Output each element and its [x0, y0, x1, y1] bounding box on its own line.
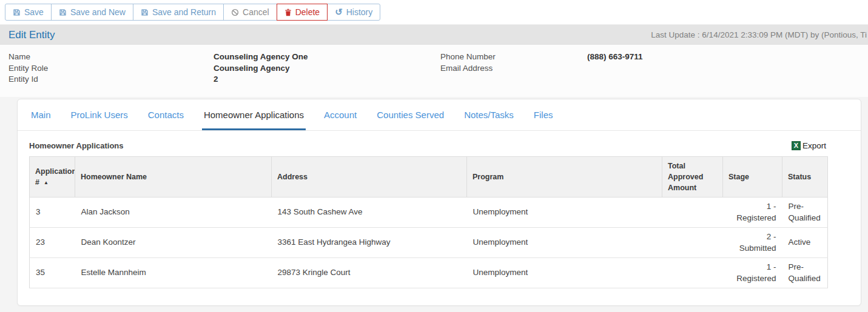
cell-address: 29873 Kringle Court: [272, 258, 467, 288]
history-icon: ↺: [335, 8, 343, 16]
field-entity-id: Entity Id2: [8, 74, 440, 85]
cell-program: Unemployment: [467, 228, 662, 258]
last-update-text: Last Update : 6/14/2021 2:33:09 PM (MDT)…: [651, 30, 868, 39]
history-label: History: [346, 7, 373, 18]
field-phone-number: Phone Number(888) 663-9711: [440, 51, 868, 63]
toolbar-button-group: Save Save and New Save and Return Cancel…: [5, 4, 380, 21]
column-label: Program: [473, 173, 503, 181]
column-label: Address: [277, 173, 308, 181]
tab-label: Account: [324, 110, 357, 120]
cell-program: Unemployment: [467, 197, 662, 228]
cell-total-approved-amount: [662, 258, 723, 288]
column-header-address[interactable]: Address: [272, 157, 467, 197]
field-name: NameCounseling Agency One: [8, 51, 440, 63]
save-and-new-label: Save and New: [70, 7, 126, 18]
column-label: Application #: [35, 167, 75, 187]
excel-icon: X: [792, 141, 801, 150]
homeowner-applications-panel: Homeowner Applications X Export Applicat…: [18, 141, 861, 288]
save-and-return-button[interactable]: Save and Return: [133, 4, 224, 21]
tab-label: Homeowner Applications: [204, 110, 304, 120]
table-row[interactable]: 3Alan Jackson143 South Cashew AveUnemplo…: [30, 197, 828, 228]
field-label: Entity Id: [8, 74, 214, 85]
delete-label: Delete: [295, 7, 320, 18]
column-header-application[interactable]: Application #▲: [30, 157, 75, 197]
field-value: Counseling Agency One: [214, 51, 308, 63]
entity-fields-left: NameCounseling Agency OneEntity RoleCoun…: [0, 51, 440, 85]
cell-application-number: 23: [30, 228, 75, 258]
cell-address: 3361 East Hydrangea Highway: [272, 228, 467, 258]
cell-homeowner-name: Alan Jackson: [75, 197, 272, 228]
save-and-new-button[interactable]: Save and New: [51, 4, 133, 21]
tab-label: Contacts: [148, 110, 184, 120]
save-button[interactable]: Save: [5, 4, 52, 21]
cell-status: Pre-Qualified: [782, 258, 828, 288]
field-label: Phone Number: [440, 51, 587, 63]
field-entity-role: Entity RoleCounseling Agency: [8, 63, 440, 75]
cell-homeowner-name: Dean Koontzer: [75, 228, 272, 258]
tab-account[interactable]: Account: [322, 99, 358, 130]
column-header-stage[interactable]: Stage: [723, 157, 782, 197]
export-button[interactable]: X Export: [792, 141, 826, 150]
save-icon: [59, 8, 67, 16]
tab-bar: MainProLink UsersContactsHomeowner Appli…: [18, 99, 861, 131]
field-email-address: Email Address: [440, 63, 868, 75]
cell-stage: 1 - Registered: [723, 258, 782, 288]
cell-total-approved-amount: [662, 197, 723, 228]
history-button[interactable]: ↺ History: [327, 4, 380, 21]
tab-prolink-users[interactable]: ProLink Users: [69, 99, 130, 130]
page-header-bar: Edit Entity Last Update : 6/14/2021 2:33…: [0, 24, 868, 45]
cell-homeowner-name: Estelle Mannheim: [75, 258, 272, 288]
column-label: Total Approved Amount: [668, 162, 703, 192]
trash-icon: [284, 8, 292, 16]
homeowner-applications-table: Application #▲Homeowner NameAddressProgr…: [29, 156, 828, 288]
column-header-homeowner-name[interactable]: Homeowner Name: [75, 157, 272, 197]
field-label: Email Address: [440, 63, 587, 75]
cell-total-approved-amount: [662, 228, 723, 258]
tab-contacts[interactable]: Contacts: [146, 99, 186, 130]
delete-button[interactable]: Delete: [277, 4, 328, 21]
section-title: Homeowner Applications: [29, 141, 124, 150]
tab-notes-tasks[interactable]: Notes/Tasks: [462, 99, 516, 130]
tab-files[interactable]: Files: [532, 99, 555, 130]
tab-label: ProLink Users: [71, 110, 128, 120]
cell-application-number: 3: [30, 197, 75, 228]
save-label: Save: [24, 7, 44, 18]
entity-card: MainProLink UsersContactsHomeowner Appli…: [17, 99, 861, 306]
tab-main[interactable]: Main: [29, 99, 53, 130]
cell-application-number: 35: [30, 258, 75, 288]
field-label: Name: [8, 51, 214, 63]
tab-label: Main: [31, 110, 51, 120]
table-row[interactable]: 35Estelle Mannheim29873 Kringle CourtUne…: [30, 258, 828, 288]
field-value: 2: [214, 74, 218, 85]
cancel-label: Cancel: [243, 7, 269, 18]
column-header-status[interactable]: Status: [782, 157, 828, 197]
tab-homeowner-applications[interactable]: Homeowner Applications: [202, 99, 306, 130]
tab-label: Notes/Tasks: [464, 110, 514, 120]
cell-stage: 2 - Submitted: [723, 228, 782, 258]
column-header-program[interactable]: Program: [467, 157, 662, 197]
sort-asc-icon: ▲: [44, 180, 49, 185]
field-value: (888) 663-9711: [587, 51, 643, 63]
column-label: Status: [788, 173, 811, 181]
cell-status: Pre-Qualified: [782, 197, 828, 228]
table-row[interactable]: 23Dean Koontzer3361 East Hydrangea Highw…: [30, 228, 828, 258]
cell-status: Active: [782, 228, 828, 258]
entity-summary: NameCounseling Agency OneEntity RoleCoun…: [0, 45, 868, 97]
tab-label: Counties Served: [377, 110, 444, 120]
field-label: Entity Role: [8, 63, 214, 75]
cancel-button[interactable]: Cancel: [223, 4, 277, 21]
content-band: MainProLink UsersContactsHomeowner Appli…: [0, 97, 868, 312]
column-label: Stage: [728, 173, 749, 181]
toolbar: Save Save and New Save and Return Cancel…: [0, 0, 868, 24]
export-label: Export: [802, 141, 826, 150]
cell-address: 143 South Cashew Ave: [272, 197, 467, 228]
section-head: Homeowner Applications X Export: [29, 141, 826, 150]
entity-fields-right: Phone Number(888) 663-9711Email Address: [440, 51, 868, 85]
tab-counties-served[interactable]: Counties Served: [375, 99, 446, 130]
save-icon: [141, 8, 149, 16]
cell-program: Unemployment: [467, 258, 662, 288]
column-header-total-approved-amount[interactable]: Total Approved Amount: [662, 157, 723, 197]
tab-label: Files: [534, 110, 553, 120]
column-label: Homeowner Name: [81, 173, 147, 181]
page-title: Edit Entity: [8, 29, 55, 41]
